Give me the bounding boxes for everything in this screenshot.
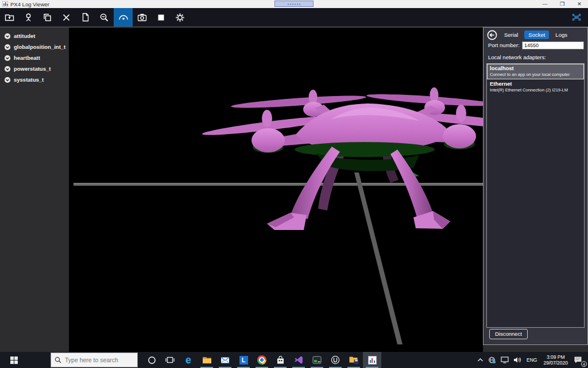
chevron-down-circle-icon — [4, 66, 11, 72]
zoom-out-icon — [99, 13, 109, 22]
folder-save-icon — [349, 356, 359, 365]
l-app-icon: L — [239, 356, 248, 365]
cortana-icon — [148, 356, 156, 365]
drone-3d-model — [69, 28, 483, 352]
search-icon — [55, 356, 61, 363]
windows-taskbar: e L — [0, 352, 588, 368]
port-input[interactable] — [522, 41, 584, 49]
chevron-down-circle-icon — [4, 76, 11, 83]
network-globe-icon — [488, 356, 496, 364]
chevron-down-circle-icon — [4, 55, 11, 62]
chevron-up-icon — [477, 358, 483, 362]
minimize-button[interactable]: — — [536, 0, 554, 8]
search-input[interactable] — [65, 356, 134, 363]
titlebar-widget[interactable] — [274, 1, 314, 7]
task-view-button[interactable] — [161, 352, 179, 368]
duplicate-view-button[interactable] — [38, 8, 57, 26]
close-button[interactable]: ✕ — [571, 0, 588, 8]
adapter-item-ethernet[interactable]: Ethernet Intel(R) Ethernet Connection (2… — [487, 79, 584, 95]
windows-logo-icon — [10, 356, 18, 364]
close-x-icon — [62, 13, 71, 22]
camera-icon — [137, 13, 147, 22]
close-log-button[interactable] — [57, 8, 76, 26]
window-titlebar: PX4 Log Viewer — ❒ ✕ — [0, 0, 588, 8]
view-3d-button[interactable] — [114, 8, 133, 26]
display-icon — [501, 356, 509, 363]
taskbar-edge[interactable]: e — [179, 352, 198, 368]
taskbar-folder-save[interactable] — [345, 352, 363, 368]
tab-socket[interactable]: Socket — [524, 30, 549, 39]
port-row: Port number: — [488, 41, 584, 49]
desktop: PX4 Log Viewer — ❒ ✕ — [0, 0, 588, 368]
action-center-button[interactable]: 4 — [571, 352, 588, 368]
tray-language[interactable]: ENG — [524, 357, 540, 363]
taskbar-terminal[interactable] — [308, 352, 326, 368]
chevron-down-circle-icon — [4, 33, 11, 40]
zoom-out-button[interactable] — [95, 8, 114, 26]
cortana-button[interactable] — [142, 352, 161, 368]
dome-3d-view-icon — [118, 13, 129, 22]
px4-drone-logo-icon — [571, 12, 582, 23]
terminal-icon — [312, 356, 322, 364]
tray-expand-button[interactable] — [475, 352, 486, 368]
back-arrow-icon — [487, 30, 497, 40]
adapters-label: Local network adapters: — [488, 54, 546, 60]
taskbar-store[interactable] — [271, 352, 289, 368]
taskbar-chrome[interactable] — [253, 352, 271, 368]
map-marker-icon — [24, 13, 33, 22]
3d-viewport[interactable] — [69, 28, 483, 352]
sidebar-item-powerstatus[interactable]: powerstatus_t — [0, 63, 69, 74]
file-explorer-icon — [202, 356, 212, 364]
restore-button[interactable]: ❒ — [554, 0, 571, 8]
task-view-icon — [165, 356, 175, 364]
tray-volume-button[interactable] — [511, 352, 524, 368]
document-icon — [81, 13, 90, 22]
screenshot-button[interactable] — [133, 8, 152, 26]
visual-studio-icon — [294, 355, 303, 365]
open-folder-icon — [5, 13, 14, 22]
adapter-item-localhost[interactable]: localhost Connect to an app on your loca… — [487, 64, 584, 79]
map-marker-button[interactable] — [19, 8, 38, 26]
tray-time: 3:09 PM — [543, 354, 568, 360]
unreal-engine-icon — [331, 355, 340, 365]
notification-badge: 4 — [581, 361, 587, 367]
speaker-icon — [513, 356, 521, 363]
sidebar-item-globalposition[interactable]: globalposition_int_t — [0, 41, 69, 52]
taskbar-visual-studio[interactable] — [289, 352, 308, 368]
sidebar-item-sysstatus[interactable]: sysstatus_t — [0, 74, 69, 85]
adapter-list: localhost Connect to an app on your loca… — [486, 63, 585, 328]
taskbar-search[interactable] — [51, 352, 138, 367]
tab-logs[interactable]: Logs — [551, 30, 571, 39]
mail-icon — [220, 356, 230, 364]
taskbar-unreal[interactable] — [326, 352, 345, 368]
chrome-icon — [257, 355, 266, 365]
document-button[interactable] — [76, 8, 95, 26]
back-button[interactable] — [487, 30, 497, 40]
chevron-down-circle-icon — [4, 44, 11, 51]
tray-network-button[interactable] — [486, 352, 498, 368]
topics-sidebar: attitudet globalposition_int_t heartbeat… — [0, 28, 69, 352]
disconnect-button[interactable]: Disconnect — [489, 329, 528, 339]
sidebar-item-heartbeat[interactable]: heartbeatt — [0, 52, 69, 63]
app-icon — [2, 1, 8, 7]
tray-clock[interactable]: 3:09 PM 29/07/2020 — [540, 354, 571, 366]
connection-panel: Serial Socket Logs Port number: Local ne… — [483, 27, 588, 345]
connection-tabs: Serial Socket Logs — [500, 30, 571, 39]
copy-icon — [42, 13, 52, 22]
tray-date: 29/07/2020 — [543, 360, 568, 366]
open-log-button[interactable] — [0, 8, 19, 26]
settings-button[interactable] — [171, 8, 189, 26]
axis-line-vertical — [354, 172, 403, 344]
start-button[interactable] — [0, 352, 28, 368]
stop-button[interactable] — [152, 8, 171, 26]
taskbar-mail[interactable] — [216, 352, 234, 368]
tray-display-button[interactable] — [498, 352, 511, 368]
tab-serial[interactable]: Serial — [500, 30, 522, 39]
taskbar-file-explorer[interactable] — [198, 352, 216, 368]
stop-square-icon — [157, 14, 165, 21]
store-icon — [276, 356, 285, 365]
taskbar-px4-log-viewer[interactable] — [363, 352, 381, 368]
taskbar-l-app[interactable]: L — [234, 352, 253, 368]
sidebar-item-attitude[interactable]: attitudet — [0, 30, 69, 41]
edge-icon: e — [185, 355, 191, 365]
